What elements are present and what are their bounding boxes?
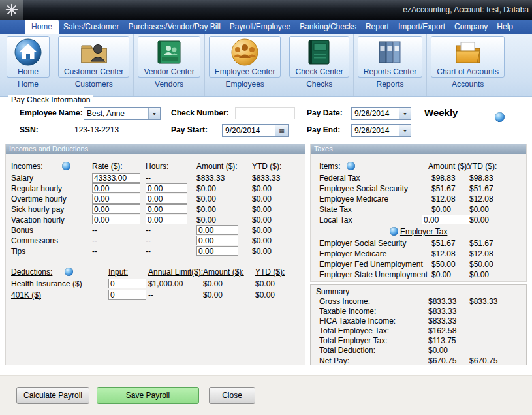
ribbon-group-label: Vendors xyxy=(155,80,183,89)
ribbon-button-label: Home xyxy=(18,67,39,76)
income-rate-input[interactable] xyxy=(92,204,140,214)
deduction-limit: $1,000.00 xyxy=(148,279,183,289)
ribbon-button-employee-center[interactable]: Employee Center xyxy=(209,36,281,78)
income-row: Vacation hourly$0.00$0.00 xyxy=(6,215,305,225)
income-amount-input[interactable] xyxy=(196,236,238,245)
income-rate-input[interactable] xyxy=(92,183,140,193)
summary-amount: $162.58 xyxy=(428,326,456,336)
income-rate-input[interactable] xyxy=(92,215,140,224)
income-row: Sick hourly pay$0.00$0.00 xyxy=(6,204,305,215)
menu-tab-report[interactable]: Report xyxy=(361,20,394,34)
calendar-icon[interactable]: ▦ xyxy=(275,125,288,136)
income-rate-input[interactable] xyxy=(92,194,140,204)
tax-ytd: $0.00 xyxy=(469,204,489,215)
help-globe-icon[interactable] xyxy=(347,162,355,170)
taxes-header-row: Items: Amount ($): YTD ($): xyxy=(311,161,526,172)
menu-tab-import-export[interactable]: Import/Export xyxy=(394,20,450,34)
tax-amount: $12.08 xyxy=(431,194,456,204)
ribbon-button-reports-center[interactable]: Reports Center xyxy=(358,36,422,78)
menu-tab-payroll-employee[interactable]: Payroll/Employee xyxy=(225,20,295,34)
pay-date-select[interactable]: 9/26/2014 ▼ xyxy=(351,107,411,120)
tax-ytd: $0.00 xyxy=(469,215,489,225)
deduction-input[interactable] xyxy=(108,290,146,300)
help-globe-icon[interactable] xyxy=(65,268,73,276)
chevron-down-icon: ▼ xyxy=(148,108,160,119)
ribbon-button-chart-of-accounts[interactable]: Chart of Accounts xyxy=(431,36,505,78)
app-window: ezAccounting, Account: test, Databa Home… xyxy=(0,0,532,415)
ribbon-button-customer-center[interactable]: Customer Center xyxy=(58,36,129,78)
menu-tab-help[interactable]: Help xyxy=(492,20,518,34)
ribbon-button-check-center[interactable]: Check Center xyxy=(289,36,349,78)
window-title: ezAccounting, Account: test, Databa xyxy=(403,5,532,14)
chevron-down-icon: ▼ xyxy=(399,108,411,119)
help-globe-icon[interactable] xyxy=(495,112,505,122)
income-hours-input[interactable] xyxy=(146,194,187,204)
deduction-row: Health Insurance ($)$1,000.00$0.00$0.00 xyxy=(6,279,305,289)
pinwheel-icon xyxy=(5,3,19,17)
income-hours-input[interactable] xyxy=(146,215,187,224)
tax-amount: $0.00 xyxy=(431,269,451,280)
employer-tax-header: Employer Tax xyxy=(311,226,526,237)
income-ytd: $833.33 xyxy=(252,173,280,183)
menu-tab-home[interactable]: Home xyxy=(25,20,59,34)
tax-row: State Tax$0.00$0.00 xyxy=(311,204,526,215)
tax-row: Employee Social Security$51.67$51.67 xyxy=(311,183,526,194)
income-row: Overtime hourly$0.00$0.00 xyxy=(6,194,305,204)
income-rate: -- xyxy=(92,236,97,246)
home-icon xyxy=(12,38,44,67)
check-center-icon xyxy=(304,38,335,67)
income-amount: $0.00 xyxy=(196,204,216,215)
employee-name-select[interactable]: Best, Anne ▼ xyxy=(84,107,161,120)
tax-ytd: $51.67 xyxy=(469,238,493,249)
summary-separator xyxy=(314,354,523,354)
deduction-label: Health Insurance ($) xyxy=(11,279,82,289)
income-hours-input[interactable] xyxy=(146,183,187,193)
ribbon-button-home[interactable]: Home xyxy=(7,36,50,78)
tax-row: Employee Medicare$12.08$12.08 xyxy=(311,194,526,204)
tax-amount: $51.67 xyxy=(431,238,456,249)
income-amount-input[interactable] xyxy=(196,225,238,235)
ribbon-button-vendor-center[interactable]: Vendor Center xyxy=(138,36,200,78)
chart-of-accounts-icon xyxy=(452,38,484,67)
income-rate-input[interactable] xyxy=(92,173,140,183)
taxes-panel-title: Taxes xyxy=(311,144,526,154)
income-row: Commissions----$0.00 xyxy=(6,236,305,246)
ribbon-group-label: Customers xyxy=(75,80,113,89)
tax-row: Employer Social Security$51.67$51.67 xyxy=(311,238,526,249)
menu-tab-sales-customer[interactable]: Sales/Customer xyxy=(59,20,123,34)
taxes-panel: Taxes Items: Amount ($): YTD ($): Federa… xyxy=(310,144,527,282)
pay-frequency: Weekly xyxy=(424,107,458,118)
ribbon-group-vendors: Vendor CenterVendors xyxy=(134,34,204,96)
ribbon-group-label: Accounts xyxy=(452,80,484,89)
incomes-header-ytd: YTD ($): xyxy=(252,161,281,172)
deduction-amount: $0.00 xyxy=(203,290,223,300)
tax-row: Employer State Unemployment$0.00$0.00 xyxy=(311,269,526,280)
check-number-input[interactable] xyxy=(235,107,295,119)
content: Pay Check Information Employee Name: Bes… xyxy=(0,97,532,415)
income-hours-input[interactable] xyxy=(146,204,187,214)
deductions-header-amount: Amount ($): xyxy=(203,267,244,277)
pay-date-value: 9/26/2014 xyxy=(352,109,399,118)
ribbon-group-label: Employees xyxy=(225,80,264,89)
menu-tab-purchases-vendor-pay-bill[interactable]: Purchases/Vendor/Pay Bill xyxy=(123,20,225,34)
summary-ytd: $833.33 xyxy=(469,296,497,307)
help-globe-icon[interactable] xyxy=(390,227,398,236)
deduction-input[interactable] xyxy=(108,279,146,288)
menu-tab-banking-checks[interactable]: Banking/Checks xyxy=(295,20,361,34)
income-amount-input[interactable] xyxy=(196,246,238,256)
app-logo-icon[interactable] xyxy=(0,0,23,20)
income-label: Regular hourly xyxy=(11,183,62,194)
menu-tab-company[interactable]: Company xyxy=(450,20,492,34)
tax-amount-input[interactable] xyxy=(422,215,471,224)
tax-amount: $0.00 xyxy=(431,204,451,215)
income-ytd: $0.00 xyxy=(252,204,272,215)
help-globe-icon[interactable] xyxy=(62,162,70,170)
incomes-panel-title: Incomes and Deductions xyxy=(6,144,305,154)
pay-start-input[interactable]: 9/20/2014 ▦ xyxy=(222,124,289,137)
summary-label: FICA Taxable Income: xyxy=(319,316,396,326)
calculate-payroll-button[interactable]: Calculate Payroll xyxy=(16,387,89,404)
close-button[interactable]: Close xyxy=(209,387,255,404)
pay-end-select[interactable]: 9/26/2014 ▼ xyxy=(351,124,411,137)
employee-center-icon xyxy=(229,38,260,67)
save-payroll-button[interactable]: Save Payroll xyxy=(97,387,199,404)
